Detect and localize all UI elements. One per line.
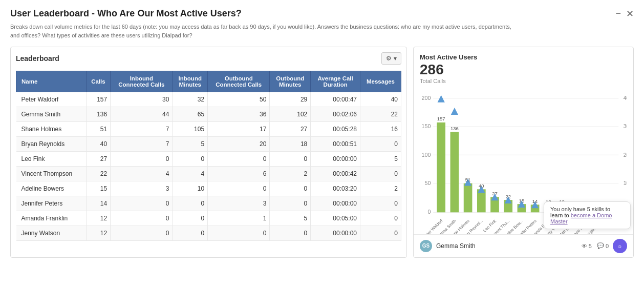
footer-user-name: Gemma Smith xyxy=(436,242,577,250)
cell-inbound-minutes: 65 xyxy=(173,107,208,122)
table-row: Peter Waldorf 157 30 32 50 29 00:00:47 4… xyxy=(16,92,401,107)
cell-outbound-minutes: 0 xyxy=(270,196,311,211)
col-messages: Messages xyxy=(360,71,401,92)
cell-outbound-connected: 6 xyxy=(208,167,270,181)
svg-text:10: 10 xyxy=(624,180,627,186)
cell-inbound-minutes: 5 xyxy=(173,137,208,152)
svg-text:157: 157 xyxy=(437,116,445,121)
cell-calls: 51 xyxy=(86,122,111,137)
cell-inbound-connected: 0 xyxy=(111,152,173,167)
right-panel: Most Active Users 286 Total Calls 200 15… xyxy=(413,47,634,258)
cell-calls: 22 xyxy=(86,167,111,181)
cell-outbound-connected: 17 xyxy=(208,122,270,137)
svg-text:15: 15 xyxy=(519,198,525,203)
footer-stats: 👁 5 💬 0 xyxy=(582,242,609,249)
cell-messages: 0 xyxy=(360,196,401,211)
cell-name: Adeline Bowers xyxy=(16,181,87,196)
svg-text:200: 200 xyxy=(422,95,431,101)
cell-calls: 27 xyxy=(86,152,111,167)
cell-messages: 0 xyxy=(360,226,401,241)
modal-description: Breaks down call volume metrics for the … xyxy=(10,23,522,39)
cell-outbound-minutes: 0 xyxy=(270,152,311,167)
cell-messages: 0 xyxy=(360,137,401,152)
footer-views: 👁 5 xyxy=(582,242,592,249)
cell-avg-duration: 00:00:42 xyxy=(311,167,360,181)
col-inbound-minutes: InboundMinutes xyxy=(173,71,208,92)
cell-calls: 157 xyxy=(86,92,111,107)
svg-text:22: 22 xyxy=(505,194,511,199)
triangle-peter xyxy=(438,95,445,103)
footer-avatar: GS xyxy=(420,240,432,252)
cell-inbound-minutes: 0 xyxy=(173,196,208,211)
bar-shane xyxy=(464,183,473,213)
cell-outbound-minutes: 102 xyxy=(270,107,311,122)
leaderboard-panel: Leaderboard ⚙ ▾ Name Calls InboundConnec… xyxy=(10,47,407,258)
cell-outbound-connected: 50 xyxy=(208,92,270,107)
cell-avg-duration: 00:00:00 xyxy=(311,226,360,241)
cell-messages: 16 xyxy=(360,122,401,137)
gear-button[interactable]: ⚙ ▾ xyxy=(381,52,401,65)
footer-comments: 💬 0 xyxy=(597,242,609,249)
content-area: Leaderboard ⚙ ▾ Name Calls InboundConnec… xyxy=(10,47,634,258)
cell-inbound-minutes: 32 xyxy=(173,92,208,107)
cell-avg-duration: 00:00:47 xyxy=(311,92,360,107)
cell-inbound-connected: 30 xyxy=(111,92,173,107)
cell-inbound-minutes: 105 xyxy=(173,122,208,137)
cell-name: Peter Waldorf xyxy=(16,92,87,107)
cell-name: Leo Fink xyxy=(16,152,87,167)
cell-calls: 15 xyxy=(86,181,111,196)
col-calls: Calls xyxy=(86,71,111,92)
cell-inbound-connected: 0 xyxy=(111,226,173,241)
modal-header: User Leaderboard - Who Are Our Most Acti… xyxy=(10,8,634,19)
col-inbound-connected: InboundConnected Calls xyxy=(111,71,173,92)
cell-outbound-minutes: 0 xyxy=(270,181,311,196)
cell-inbound-minutes: 4 xyxy=(173,167,208,181)
total-calls-label: Total Calls xyxy=(420,78,627,84)
dropdown-icon: ▾ xyxy=(394,55,397,62)
cell-inbound-connected: 7 xyxy=(111,137,173,152)
col-outbound-connected: OutboundConnected Calls xyxy=(208,71,270,92)
cell-outbound-connected: 1 xyxy=(208,211,270,226)
table-row: Jenny Watson 12 0 0 0 0 00:00:00 0 xyxy=(16,226,401,241)
cell-outbound-connected: 36 xyxy=(208,107,270,122)
cell-name: Vincent Thompson xyxy=(16,167,87,181)
svg-text:51: 51 xyxy=(465,177,471,182)
cell-inbound-minutes: 0 xyxy=(173,152,208,167)
table-row: Amanda Franklin 12 0 0 1 5 00:05:00 0 xyxy=(16,211,401,226)
bar-gemma xyxy=(450,132,459,212)
tooltip-link[interactable]: become a Domo Master xyxy=(550,212,612,224)
table-row: Shane Holmes 51 7 105 17 27 00:05:28 16 xyxy=(16,122,401,137)
minimize-button[interactable]: − xyxy=(615,8,621,19)
col-avg-duration: Average CallDuration xyxy=(311,71,360,92)
eye-icon: 👁 xyxy=(582,243,587,249)
panel-title: Leaderboard xyxy=(16,54,59,63)
svg-text:0: 0 xyxy=(427,209,431,215)
table-row: Gemma Smith 136 44 65 36 102 00:02:06 22 xyxy=(16,107,401,122)
cell-avg-duration: 00:02:06 xyxy=(311,107,360,122)
panel-header: Leaderboard ⚙ ▾ xyxy=(16,52,401,65)
cell-calls: 136 xyxy=(86,107,111,122)
svg-text:40: 40 xyxy=(479,183,484,189)
cell-outbound-connected: 0 xyxy=(208,226,270,241)
cell-inbound-connected: 7 xyxy=(111,122,173,137)
footer-views-count: 5 xyxy=(589,243,592,249)
bar-peter xyxy=(437,122,445,212)
cell-avg-duration: 00:05:28 xyxy=(311,122,360,137)
close-button[interactable]: ✕ xyxy=(626,8,634,19)
tooltip-text: You only have 5 skills to learn to becom… xyxy=(550,206,624,224)
cell-messages: 0 xyxy=(360,211,401,226)
cell-calls: 12 xyxy=(86,211,111,226)
cell-avg-duration: 00:00:00 xyxy=(311,196,360,211)
cell-calls: 12 xyxy=(86,226,111,241)
svg-text:100: 100 xyxy=(422,152,431,158)
cell-calls: 40 xyxy=(86,137,111,152)
leaderboard-table: Name Calls InboundConnected Calls Inboun… xyxy=(16,71,401,241)
cell-inbound-connected: 3 xyxy=(111,181,173,196)
cell-outbound-minutes: 0 xyxy=(270,226,311,241)
col-name: Name xyxy=(16,71,87,92)
footer-comments-count: 0 xyxy=(606,243,609,249)
cell-inbound-minutes: 0 xyxy=(173,211,208,226)
cell-name: Jenny Watson xyxy=(16,226,87,241)
svg-text:136: 136 xyxy=(450,126,459,131)
cell-messages: 22 xyxy=(360,107,401,122)
